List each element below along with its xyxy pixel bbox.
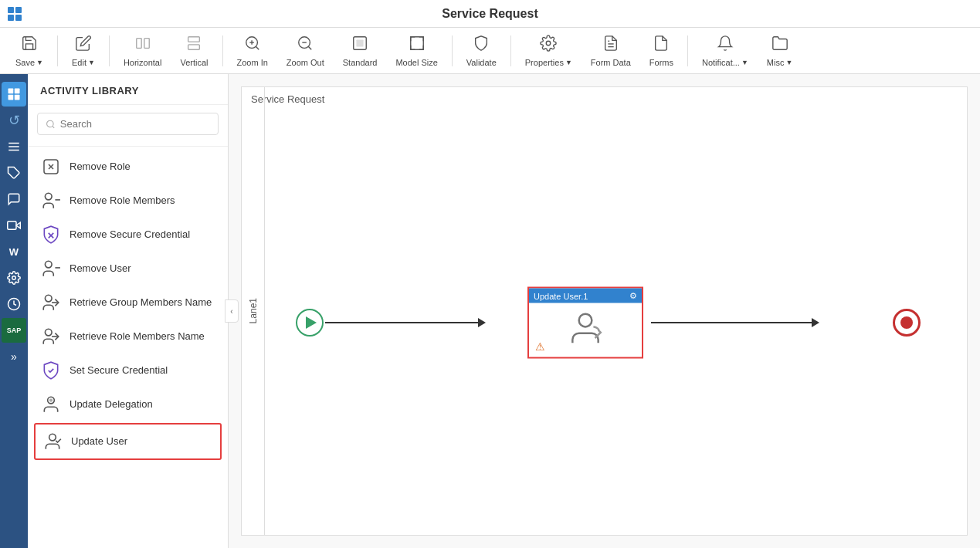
- svg-line-30: [53, 126, 54, 127]
- title-bar: Service Request: [0, 0, 980, 28]
- validate-button[interactable]: Validate: [459, 32, 504, 70]
- main-layout: ↺ W SAP » ACTIVITY LIBRARY: [0, 74, 980, 548]
- list-item-retrieve-role-members-name[interactable]: Retrieve Role Members Name: [28, 320, 228, 353]
- form-data-icon: [602, 35, 619, 56]
- model-size-button[interactable]: Model Size: [388, 32, 445, 70]
- forms-icon: [653, 35, 670, 56]
- zoom-out-button[interactable]: Zoom Out: [279, 32, 332, 70]
- svg-point-34: [45, 193, 52, 200]
- search-icon: [46, 119, 56, 130]
- vertical-label: Vertical: [180, 58, 208, 67]
- task-node-update-user[interactable]: Update User.1 ⚙ ⚠: [527, 287, 643, 359]
- remove-role-members-icon: [40, 190, 62, 211]
- save-button[interactable]: Save ▼: [8, 32, 51, 70]
- validate-icon: [473, 35, 490, 56]
- svg-point-27: [12, 276, 16, 280]
- search-input[interactable]: [60, 118, 210, 130]
- horizontal-button[interactable]: Horizontal: [116, 32, 170, 70]
- search-box[interactable]: [37, 113, 219, 135]
- properties-chevron: ▼: [565, 59, 572, 66]
- sidebar-item-wordpress[interactable]: W: [2, 239, 26, 264]
- flow-arrow-1: [325, 322, 480, 323]
- sidebar-item-list[interactable]: [2, 134, 26, 159]
- misc-label: Misc: [767, 58, 785, 67]
- remove-user-icon: [40, 258, 62, 279]
- list-item-set-secure-credential[interactable]: Set Secure Credential: [28, 353, 228, 387]
- arrow-head-2: [812, 318, 819, 327]
- zoom-in-label: Zoom In: [237, 58, 268, 67]
- properties-button[interactable]: Properties ▼: [517, 32, 580, 70]
- toolbar: Save ▼ Edit ▼ Horizontal Vertical Zoom I…: [0, 28, 980, 74]
- update-delegation-icon: [40, 394, 62, 415]
- canvas-area: Service Request Lane1 Update User.1: [229, 74, 980, 548]
- sidebar-item-chat[interactable]: [2, 187, 26, 211]
- task-node-title: Update User.1: [534, 291, 588, 300]
- edit-chevron: ▼: [88, 59, 95, 66]
- end-event: [893, 309, 921, 337]
- svg-marker-25: [16, 222, 20, 228]
- svg-rect-18: [15, 89, 20, 94]
- standard-button[interactable]: Standard: [335, 32, 385, 70]
- update-user-icon: [42, 431, 63, 452]
- misc-chevron: ▼: [785, 59, 792, 66]
- app-grid-icon[interactable]: [8, 7, 22, 21]
- set-secure-credential-label: Set Secure Credential: [70, 364, 168, 377]
- sidebar-item-settings[interactable]: [2, 266, 26, 290]
- zoom-out-label: Zoom Out: [287, 58, 324, 67]
- list-item-retrieve-group-members-name[interactable]: Retrieve Group Members Name: [28, 286, 228, 320]
- forms-button[interactable]: Forms: [642, 32, 681, 70]
- update-user-node-icon: [566, 310, 605, 351]
- sidebar-item-home[interactable]: [2, 82, 26, 107]
- flow-arrow-2: [651, 322, 813, 323]
- notifications-button[interactable]: Notificat... ▼: [694, 32, 756, 70]
- model-size-label: Model Size: [395, 58, 437, 67]
- validate-label: Validate: [466, 58, 497, 67]
- sidebar-item-video[interactable]: [2, 213, 26, 238]
- retrieve-group-members-label: Retrieve Group Members Name: [70, 296, 212, 310]
- horizontal-icon: [134, 35, 151, 56]
- page-title: Service Request: [442, 7, 538, 21]
- list-item-update-delegation[interactable]: Update Delegation: [28, 387, 228, 421]
- task-warning-icon: ⚠: [535, 340, 545, 353]
- properties-label: Properties: [525, 58, 564, 67]
- remove-role-icon: [40, 156, 62, 178]
- sidebar-item-refresh[interactable]: ↺: [2, 108, 26, 133]
- edit-icon: [75, 35, 92, 56]
- form-data-button[interactable]: Form Data: [583, 32, 639, 70]
- svg-rect-19: [8, 95, 14, 100]
- svg-rect-20: [15, 95, 20, 100]
- notif-chevron: ▼: [741, 59, 748, 66]
- library-list: Remove Role Remove Role Members Remove S…: [28, 143, 228, 548]
- misc-button[interactable]: Misc ▼: [759, 32, 801, 70]
- list-item-update-user[interactable]: Update User: [34, 423, 222, 460]
- notifications-label: Notificat...: [702, 58, 740, 67]
- sidebar-item-sap[interactable]: SAP: [2, 318, 26, 343]
- collapse-panel-button[interactable]: ‹: [225, 299, 239, 323]
- svg-rect-12: [357, 39, 364, 46]
- start-event[interactable]: [296, 309, 324, 337]
- list-item-remove-role-members[interactable]: Remove Role Members: [28, 184, 228, 218]
- zoom-in-button[interactable]: Zoom In: [229, 32, 276, 70]
- update-delegation-label: Update Delegation: [70, 398, 153, 411]
- sidebar-item-clock[interactable]: [2, 292, 26, 316]
- vertical-button[interactable]: Vertical: [172, 32, 215, 70]
- divider-4: [452, 36, 453, 66]
- list-item-remove-secure-credential[interactable]: Remove Secure Credential: [28, 218, 228, 252]
- sidebar-item-more[interactable]: »: [2, 344, 26, 369]
- retrieve-role-members-icon: [40, 326, 62, 347]
- list-item-remove-user[interactable]: Remove User: [28, 252, 228, 286]
- horizontal-label: Horizontal: [124, 58, 162, 67]
- zoom-out-icon: [297, 35, 314, 56]
- edit-button[interactable]: Edit ▼: [64, 32, 103, 70]
- flow-canvas: Update User.1 ⚙ ⚠: [265, 110, 967, 535]
- vertical-icon: [185, 35, 202, 56]
- remove-role-members-label: Remove Role Members: [70, 195, 175, 208]
- remove-secure-credential-label: Remove Secure Credential: [70, 228, 190, 242]
- task-node-settings-icon[interactable]: ⚙: [629, 291, 637, 301]
- sidebar-item-tag[interactable]: [2, 161, 26, 185]
- list-item-remove-role[interactable]: Remove Role: [28, 150, 228, 184]
- save-icon: [21, 35, 38, 56]
- svg-point-47: [579, 314, 592, 327]
- remove-secure-credential-icon: [40, 224, 62, 245]
- divider-2: [109, 36, 110, 66]
